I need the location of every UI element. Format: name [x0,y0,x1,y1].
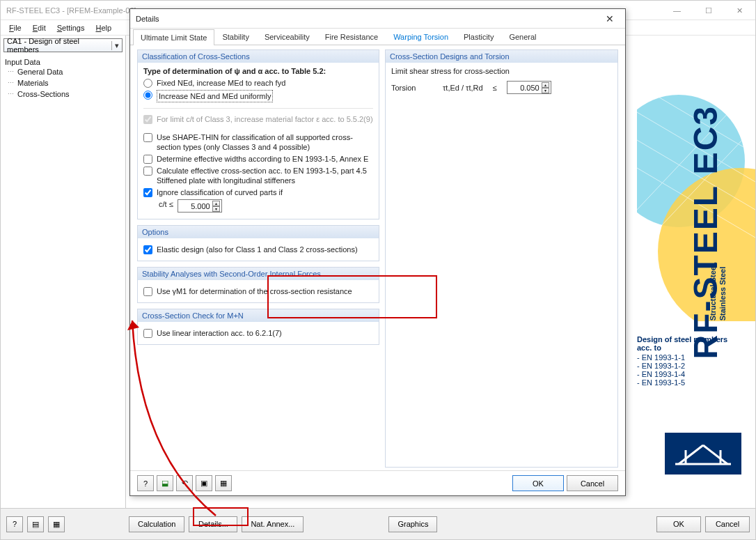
group-mn-header: Cross-Section Check for M+N [138,309,379,322]
main-ok-button[interactable]: OK [656,516,701,532]
dialog-title-bar: Details ✕ [130,9,625,29]
chk-elastic-design-label: Elastic design (also for Class 1 and Cla… [157,245,358,254]
details-button[interactable]: Details... [189,516,237,532]
torsion-le-label: ≤ [493,83,497,93]
group-stability-analyses: Stability Analyses with Second-Order Int… [137,267,379,303]
radio-fixed-ned-label: Fixed NEd, increase MEd to reach fyd [157,78,285,88]
dlg-save-icon-button[interactable]: ▦ [215,475,232,491]
dlg-units-icon-button[interactable]: ⬓ [157,475,173,491]
torsion-value-input[interactable]: 0.050▴▾ [507,81,551,94]
dialog-close-button[interactable]: ✕ [600,12,620,26]
tree-item-materials[interactable]: Materials [5,77,121,88]
bottom-bar: ? ▤ ▦ Calculation Details... Nat. Annex.… [1,508,755,539]
menu-settings[interactable]: Settings [53,22,89,33]
main-cancel-button[interactable]: Cancel [705,516,750,532]
brand-description: Design of steel members acc. to - EN 199… [637,335,741,387]
svg-line-10 [703,445,727,464]
group-mn-check: Cross-Section Check for M+N Use linear i… [137,309,379,345]
menu-file[interactable]: File [5,22,26,33]
tab-serviceability[interactable]: Serviceability [257,29,317,45]
dlg-help-icon-button[interactable]: ? [137,475,154,491]
brand-title: RF-STEEL EC3 [686,105,724,360]
chk-limit-class3 [143,115,152,124]
help-icon-button[interactable]: ? [6,516,23,532]
left-panel: CA1 - Design of steel members ▾ Input Da… [1,36,126,508]
dlg-load-icon-button[interactable]: ▣ [196,475,212,491]
tree-item-general[interactable]: General Data [5,66,121,77]
chk-effective-widths[interactable] [143,155,152,164]
import-icon-button[interactable]: ▦ [48,516,65,532]
group-stability-header: Stability Analyses with Second-Order Int… [138,268,379,280]
minimize-button[interactable]: — [661,1,693,20]
torsion-label: Torsion [391,83,433,93]
chk-limit-class3-label: For limit c/t of Class 3, increase mater… [157,114,373,124]
dialog-title: Details [136,15,600,23]
brand-logo [665,433,741,475]
maximize-button[interactable]: ☐ [693,1,724,20]
tab-stability[interactable]: Stability [214,29,257,45]
torsion-limit-label: Limit shear stress for cross-section [391,67,612,75]
chk-linear-interaction-label: Use linear interaction acc. to 6.2.1(7) [157,328,282,338]
tab-warping-torsion[interactable]: Warping Torsion [386,29,456,45]
tab-general[interactable]: General [501,29,544,45]
ct-label: c/t ≤ [159,199,173,209]
tab-ultimate-limit-state[interactable]: Ultimate Limit State [133,29,214,45]
chk-elastic-design[interactable] [143,245,152,254]
dialog-ok-button[interactable]: OK [512,475,564,491]
brand-subtitle: Structural Steel,Stainless Steel [708,262,727,321]
torsion-ratio-label: τt,Ed / τt,Rd [443,83,483,93]
radio-increase-uniformly[interactable] [143,91,152,100]
radio-increase-uniformly-label: Increase NEd and MEd uniformly [157,90,273,102]
group-torsion-header: Cross-Section Designs and Torsion [386,50,617,63]
chk-gamma-m1-label: Use γM1 for determination of the cross-s… [157,286,352,296]
chevron-down-icon: ▾ [111,41,119,50]
tree-item-cross-sections[interactable]: Cross-Sections [5,88,121,100]
group-torsion: Cross-Section Designs and Torsion Limit … [385,49,618,468]
tab-plasticity[interactable]: Plasticity [456,29,501,45]
chk-linear-interaction[interactable] [143,329,152,338]
chk-ignore-curved[interactable] [143,188,152,197]
dlg-reset-icon-button[interactable]: ↶ [176,475,193,491]
case-dropdown[interactable]: CA1 - Design of steel members ▾ [3,38,123,52]
chk-effective-widths-label: Determine effective widths according to … [157,154,368,164]
group-options: Options Elastic design (also for Class 1… [137,225,379,261]
group-options-header: Options [138,226,379,238]
svg-line-9 [679,445,703,464]
nav-tree: Input Data General Data Materials Cross-… [1,55,125,102]
chk-calc-effective-label: Calculate effective cross-section acc. t… [157,166,373,185]
chk-shape-thin[interactable] [143,133,152,142]
tab-fire-resistance[interactable]: Fire Resistance [317,29,386,45]
menu-help[interactable]: Help [91,22,116,33]
radio-fixed-ned[interactable] [143,79,152,88]
details-dialog: Details ✕ Ultimate Limit State Stability… [129,8,626,496]
nat-annex-button[interactable]: Nat. Annex... [242,516,304,532]
type-determination-label: Type of determination of ψ and α acc. to… [143,67,373,75]
group-classification: Classification of Cross-Sections Type of… [137,49,379,219]
chk-calc-effective[interactable] [143,167,152,176]
menu-edit[interactable]: Edit [29,22,50,33]
close-window-button[interactable]: ✕ [724,1,755,20]
dialog-cancel-button[interactable]: Cancel [567,475,618,491]
chk-gamma-m1[interactable] [143,287,152,296]
ct-value-input[interactable]: 5.000▴▾ [178,199,222,213]
export-icon-button[interactable]: ▤ [27,516,44,532]
group-classification-header: Classification of Cross-Sections [138,50,379,63]
dialog-footer: ? ⬓ ↶ ▣ ▦ OK Cancel [130,470,625,495]
dialog-tabs: Ultimate Limit State Stability Serviceab… [130,29,625,45]
case-dropdown-label: CA1 - Design of steel members [7,37,111,54]
chk-ignore-curved-label: Ignore classification of curved parts if [157,187,283,197]
chk-shape-thin-label: Use SHAPE-THIN for classification of all… [157,132,373,152]
graphics-button[interactable]: Graphics [388,516,437,532]
tree-root[interactable]: Input Data [5,58,121,66]
calculation-button[interactable]: Calculation [129,516,184,532]
